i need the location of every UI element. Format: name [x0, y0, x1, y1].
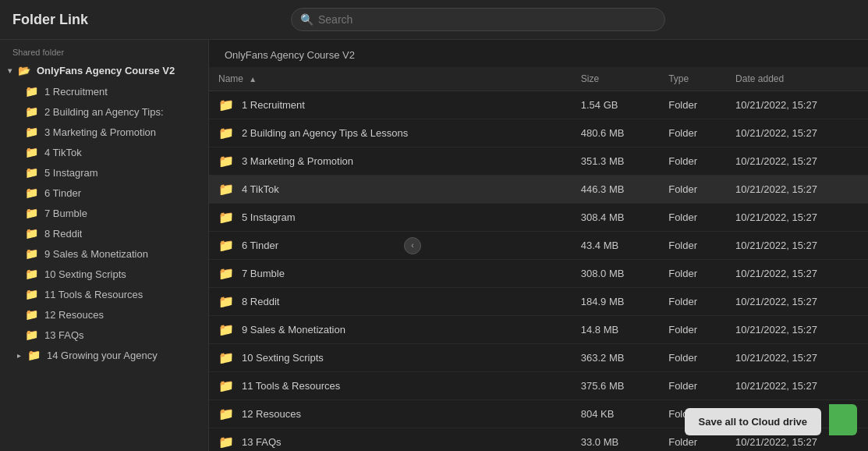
- breadcrumb: OnlyFans Agency Course V2: [209, 40, 868, 67]
- sidebar-item-13[interactable]: 📁 13 FAQs: [0, 325, 208, 345]
- col-type[interactable]: Type: [659, 67, 726, 91]
- sidebar-root-item[interactable]: ▾ 📂 OnlyFans Agency Course V2: [0, 60, 208, 81]
- chevron-right-icon: ▸: [17, 351, 21, 360]
- file-size: 375.6 MB: [572, 372, 659, 400]
- table-row[interactable]: 📁 1 Recruitment 1.54 GB Folder 10/21/202…: [209, 91, 868, 119]
- sidebar-item-11[interactable]: 📁 11 Tools & Resources: [0, 284, 208, 304]
- folder-icon: 📁: [25, 328, 38, 341]
- folder-icon: 📁: [218, 238, 234, 253]
- sidebar-item-6[interactable]: 📁 6 Tinder: [0, 183, 208, 203]
- table-row[interactable]: 📁 4 TikTok 446.3 MB Folder 10/21/2022, 1…: [209, 176, 868, 204]
- file-name-cell: 📁 10 Sexting Scripts: [209, 344, 572, 372]
- folder-icon: 📁: [25, 105, 38, 118]
- shared-folder-label: Shared folder: [0, 40, 208, 60]
- sidebar-item-3[interactable]: 📁 3 Marketing & Promotion: [0, 122, 208, 142]
- folder-icon: 📁: [25, 288, 38, 300]
- sidebar-item-label: 13 FAQs: [44, 329, 84, 341]
- folder-icon: 📁: [218, 154, 234, 169]
- sidebar-item-1[interactable]: 📁 1 Recruitment: [0, 81, 208, 101]
- folder-icon: 📁: [25, 85, 38, 98]
- table-row[interactable]: 📁 2 Building an Agency Tips & Lessons 48…: [209, 119, 868, 147]
- sidebar-item-9[interactable]: 📁 9 Sales & Monetization: [0, 243, 208, 264]
- collapse-sidebar-button[interactable]: ‹: [404, 237, 421, 254]
- sidebar-item-10[interactable]: 📁 10 Sexting Scripts: [0, 264, 208, 284]
- file-date: 10/21/2022, 15:27: [726, 288, 868, 316]
- sidebar-item-label: 2 Building an Agency Tips:: [44, 106, 164, 118]
- chevron-down-icon: ▾: [8, 66, 12, 75]
- file-size: 363.2 MB: [572, 344, 659, 372]
- folder-icon: 📁: [25, 207, 38, 219]
- search-input[interactable]: [291, 8, 665, 31]
- table-row[interactable]: 📁 5 Instagram 308.4 MB Folder 10/21/2022…: [209, 204, 868, 232]
- file-type: Folder: [659, 288, 726, 316]
- folder-icon: 📁: [25, 146, 38, 158]
- table-row[interactable]: 📁 6 Tinder 43.4 MB Folder 10/21/2022, 15…: [209, 232, 868, 260]
- folder-icon: 📁: [218, 210, 234, 225]
- file-table: Name ▲ Size Type Date added 📁 1 Recruitm…: [209, 67, 868, 451]
- table-row[interactable]: 📁 3 Marketing & Promotion 351.3 MB Folde…: [209, 147, 868, 176]
- folder-icon: 📁: [218, 407, 234, 421]
- sidebar-item-4[interactable]: 📁 4 TikTok: [0, 142, 208, 162]
- file-name: 3 Marketing & Promotion: [242, 155, 353, 167]
- file-type: Folder: [659, 204, 726, 232]
- file-type: Folder: [659, 147, 726, 176]
- file-size: 480.6 MB: [572, 119, 659, 147]
- file-date: 10/21/2022, 15:27: [726, 204, 868, 232]
- table-row[interactable]: 📁 11 Tools & Resources 375.6 MB Folder 1…: [209, 372, 868, 400]
- file-name: 2 Building an Agency Tips & Lessons: [242, 127, 408, 139]
- file-type: Folder: [659, 91, 726, 119]
- sidebar-item-label: 12 Resouces: [44, 309, 104, 321]
- sidebar-item-label: 5 Instagram: [44, 167, 98, 179]
- header: Folder Link 🔍: [0, 0, 868, 40]
- table-row[interactable]: 📁 9 Sales & Monetization 14.8 MB Folder …: [209, 316, 868, 344]
- file-date: 10/21/2022, 15:27: [726, 176, 868, 204]
- folder-icon: 📁: [218, 350, 234, 365]
- folder-icon: 📁: [27, 349, 41, 361]
- sidebar-item-5[interactable]: 📁 5 Instagram: [0, 162, 208, 183]
- file-date: 10/21/2022, 15:27: [726, 119, 868, 147]
- save-cloud-button[interactable]: Save all to Cloud drive: [685, 408, 821, 435]
- sidebar-root-label: OnlyFans Agency Course V2: [37, 65, 175, 76]
- folder-icon: 📁: [25, 247, 38, 260]
- sidebar-item-label: 8 Reddit: [44, 228, 82, 240]
- sidebar-item-2[interactable]: 📁 2 Building an Agency Tips:: [0, 101, 208, 122]
- table-row[interactable]: 📁 10 Sexting Scripts 363.2 MB Folder 10/…: [209, 344, 868, 372]
- file-size: 184.9 MB: [572, 288, 659, 316]
- file-name: 11 Tools & Resources: [242, 380, 340, 392]
- sidebar-item-7[interactable]: 📁 7 Bumble: [0, 203, 208, 223]
- col-date[interactable]: Date added: [726, 67, 868, 91]
- file-name-cell: 📁 5 Instagram: [209, 204, 572, 232]
- sidebar-item-14[interactable]: ▸ 📁 14 Growing your Agency: [0, 345, 208, 365]
- folder-icon: 📁: [218, 126, 234, 140]
- file-table-body: 📁 1 Recruitment 1.54 GB Folder 10/21/202…: [209, 91, 868, 452]
- table-row[interactable]: 📁 7 Bumble 308.0 MB Folder 10/21/2022, 1…: [209, 260, 868, 288]
- file-name: 12 Resouces: [242, 408, 301, 420]
- app-title: Folder Link: [12, 12, 88, 28]
- table-row[interactable]: 📁 8 Reddit 184.9 MB Folder 10/21/2022, 1…: [209, 288, 868, 316]
- content-area: ‹ OnlyFans Agency Course V2 Name ▲ Size …: [209, 40, 868, 451]
- sidebar-item-12[interactable]: 📁 12 Resouces: [0, 304, 208, 325]
- file-date: 10/21/2022, 15:27: [726, 91, 868, 119]
- main-layout: Shared folder ▾ 📂 OnlyFans Agency Course…: [0, 40, 868, 451]
- folder-icon: 📁: [25, 186, 38, 199]
- file-type: Folder: [659, 119, 726, 147]
- file-date: 10/21/2022, 15:27: [726, 316, 868, 344]
- sidebar-item-label: 3 Marketing & Promotion: [44, 126, 156, 138]
- file-date: 10/21/2022, 15:27: [726, 344, 868, 372]
- sidebar-item-label: 10 Sexting Scripts: [44, 268, 126, 280]
- file-size: 1.54 GB: [572, 91, 659, 119]
- file-name-cell: 📁 11 Tools & Resources: [209, 372, 572, 400]
- folder-icon: 📁: [218, 182, 234, 197]
- file-size: 804 KB: [572, 400, 659, 428]
- file-name-cell: 📁 3 Marketing & Promotion: [209, 147, 572, 176]
- sidebar-item-label: 14 Growing your Agency: [47, 350, 158, 361]
- col-name[interactable]: Name ▲: [209, 67, 572, 91]
- file-type: Folder: [659, 260, 726, 288]
- file-date: 10/21/2022, 15:27: [726, 372, 868, 400]
- file-name-cell: 📁 6 Tinder: [209, 232, 572, 260]
- col-size[interactable]: Size: [572, 67, 659, 91]
- sidebar-item-8[interactable]: 📁 8 Reddit: [0, 223, 208, 243]
- sidebar-item-label: 11 Tools & Resources: [44, 289, 143, 300]
- folder-icon: 📁: [218, 435, 234, 449]
- search-icon: 🔍: [300, 13, 314, 26]
